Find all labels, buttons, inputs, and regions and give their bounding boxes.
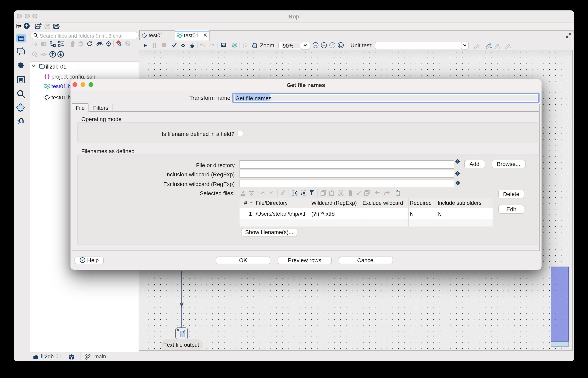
svg-text:100: 100: [331, 44, 334, 46]
svg-text:$: $: [457, 181, 458, 184]
svg-text:8: 8: [119, 43, 120, 46]
svg-text:$: $: [457, 160, 458, 163]
svg-text:?: ?: [81, 258, 84, 262]
svg-text:x: x: [397, 192, 398, 195]
svg-text:$: $: [457, 172, 458, 175]
